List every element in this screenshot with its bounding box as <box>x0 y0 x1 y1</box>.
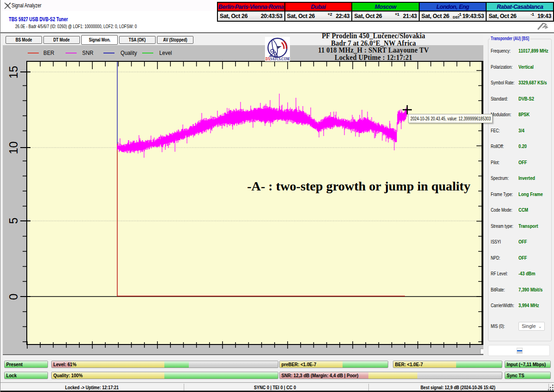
svg-text:DXSATCS.COM: DXSATCS.COM <box>265 56 289 61</box>
